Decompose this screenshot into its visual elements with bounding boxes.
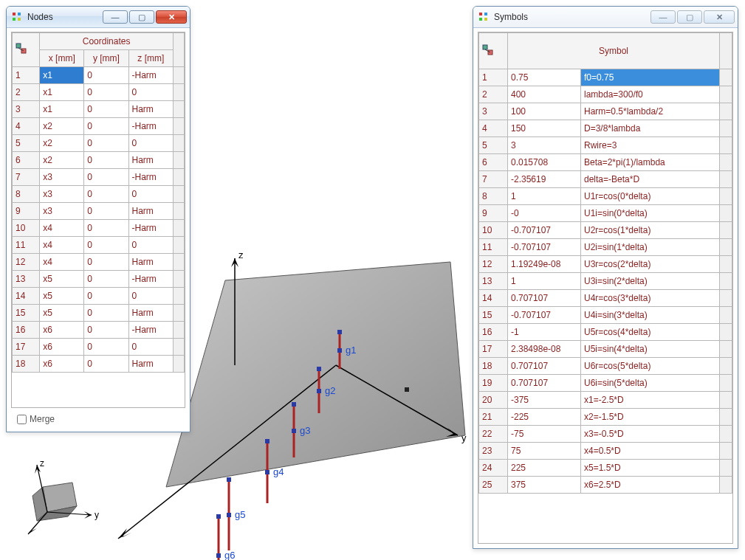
table-row[interactable]: 60.015708Beta=2*pi(1)/lambda	[479, 154, 732, 171]
table-row[interactable]: 16-1U5r=cos(4*delta)	[479, 324, 732, 341]
cell-expression[interactable]: lambda=300/f0	[581, 86, 720, 103]
cell-expression[interactable]: U3r=cos(2*delta)	[581, 256, 720, 273]
close-button[interactable]: ✕	[704, 10, 735, 24]
nodes-titlebar[interactable]: Nodes — ▢ ✕	[7, 7, 190, 28]
merge-checkbox[interactable]	[17, 415, 27, 424]
table-row[interactable]: 131U3i=sin(2*delta)	[479, 273, 732, 290]
cell-y[interactable]: 0	[84, 169, 128, 186]
col-z[interactable]: z [mm]	[128, 50, 174, 67]
cell-x[interactable]: x5	[40, 288, 84, 305]
cell-z[interactable]: -Harm	[128, 271, 174, 288]
col-y[interactable]: y [mm]	[84, 50, 128, 67]
cell-z[interactable]: Harm	[128, 305, 174, 322]
cell-expression[interactable]: U5i=sin(4*delta)	[581, 341, 720, 358]
cell-value[interactable]: 100	[508, 103, 581, 120]
cell-z[interactable]: -Harm	[128, 118, 174, 135]
cell-expression[interactable]: D=3/8*lambda	[581, 120, 720, 137]
table-row[interactable]: 14x500	[13, 288, 185, 305]
cell-value[interactable]: 75	[508, 443, 581, 460]
table-row[interactable]: 8x300	[13, 186, 185, 203]
nodes-window[interactable]: Nodes — ▢ ✕ Coordinates x [mm] y [mm] z	[6, 6, 190, 432]
cell-z[interactable]: 0	[128, 84, 174, 101]
cell-y[interactable]: 0	[84, 101, 128, 118]
cell-value[interactable]: -1	[508, 324, 581, 341]
cell-value[interactable]: 0.015708	[508, 154, 581, 171]
table-row[interactable]: 4x20-Harm	[13, 118, 185, 135]
table-row[interactable]: 81U1r=cos(0*delta)	[479, 188, 732, 205]
cell-x[interactable]: x3	[40, 203, 84, 220]
col-x[interactable]: x [mm]	[40, 50, 84, 67]
cell-value[interactable]: 375	[508, 477, 581, 494]
cell-value[interactable]: -0.707107	[508, 222, 581, 239]
cell-value[interactable]: 1	[508, 188, 581, 205]
cell-value[interactable]: -0.707107	[508, 239, 581, 256]
cell-z[interactable]: -Harm	[128, 169, 174, 186]
table-row[interactable]: 1x10-Harm	[13, 67, 185, 84]
table-row[interactable]: 25375x6=2.5*D	[479, 477, 732, 494]
close-button[interactable]: ✕	[156, 10, 187, 24]
cell-y[interactable]: 0	[84, 271, 128, 288]
cell-expression[interactable]: U3i=sin(2*delta)	[581, 273, 720, 290]
cell-expression[interactable]: Beta=2*pi(1)/lambda	[581, 154, 720, 171]
cell-value[interactable]: -75	[508, 426, 581, 443]
table-row[interactable]: 172.38498e-08U5i=sin(4*delta)	[479, 341, 732, 358]
cell-y[interactable]: 0	[84, 254, 128, 271]
table-row[interactable]: 7-2.35619delta=-Beta*D	[479, 171, 732, 188]
cell-expression[interactable]: Rwire=3	[581, 137, 720, 154]
symbols-window[interactable]: Symbols — ▢ ✕ Symbol 10.75f0=0.752400lam…	[473, 6, 738, 549]
cell-y[interactable]: 0	[84, 288, 128, 305]
table-row[interactable]: 15x50Harm	[13, 305, 185, 322]
cell-z[interactable]: Harm	[128, 356, 174, 373]
cell-y[interactable]: 0	[84, 186, 128, 203]
cell-y[interactable]: 0	[84, 84, 128, 101]
cell-x[interactable]: x5	[40, 271, 84, 288]
table-row[interactable]: 4150D=3/8*lambda	[479, 120, 732, 137]
cell-z[interactable]: -Harm	[128, 322, 174, 339]
cell-expression[interactable]: U2i=sin(1*delta)	[581, 239, 720, 256]
table-row[interactable]: 3100Harm=0.5*lambda/2	[479, 103, 732, 120]
cell-expression[interactable]: U5r=cos(4*delta)	[581, 324, 720, 341]
cell-value[interactable]: 225	[508, 460, 581, 477]
table-row[interactable]: 190.707107U6i=sin(5*delta)	[479, 375, 732, 392]
table-row[interactable]: 53Rwire=3	[479, 137, 732, 154]
cell-expression[interactable]: U1i=sin(0*delta)	[581, 205, 720, 222]
cell-x[interactable]: x4	[40, 254, 84, 271]
table-row[interactable]: 11-0.707107U2i=sin(1*delta)	[479, 239, 732, 256]
cell-y[interactable]: 0	[84, 237, 128, 254]
cell-x[interactable]: x4	[40, 237, 84, 254]
maximize-button[interactable]: ▢	[129, 10, 154, 24]
table-row[interactable]: 20-375x1=-2.5*D	[479, 392, 732, 409]
cell-expression[interactable]: delta=-Beta*D	[581, 171, 720, 188]
table-row[interactable]: 12x40Harm	[13, 254, 185, 271]
cell-y[interactable]: 0	[84, 305, 128, 322]
table-row[interactable]: 2x100	[13, 84, 185, 101]
cell-y[interactable]: 0	[84, 339, 128, 356]
table-row[interactable]: 17x600	[13, 339, 185, 356]
cell-value[interactable]: 1	[508, 273, 581, 290]
nodes-table[interactable]: Coordinates x [mm] y [mm] z [mm] 1x10-Ha…	[12, 32, 185, 373]
table-row[interactable]: 16x60-Harm	[13, 322, 185, 339]
cell-expression[interactable]: U6r=cos(5*delta)	[581, 358, 720, 375]
cell-value[interactable]: 0.707107	[508, 290, 581, 307]
cell-y[interactable]: 0	[84, 356, 128, 373]
cell-z[interactable]: 0	[128, 339, 174, 356]
cell-value[interactable]: 0.75	[508, 69, 581, 86]
cell-expression[interactable]: x5=1.5*D	[581, 460, 720, 477]
cell-z[interactable]: -Harm	[128, 67, 174, 84]
cell-value[interactable]: 150	[508, 120, 581, 137]
row-toggle-header[interactable]	[13, 33, 40, 67]
cell-y[interactable]: 0	[84, 322, 128, 339]
axis-gizmo[interactable]: y z	[15, 457, 103, 546]
cell-expression[interactable]: x6=2.5*D	[581, 477, 720, 494]
cell-value[interactable]: -2.35619	[508, 171, 581, 188]
table-row[interactable]: 10x40-Harm	[13, 220, 185, 237]
cell-value[interactable]: 1.19249e-08	[508, 256, 581, 273]
cell-value[interactable]: 3	[508, 137, 581, 154]
table-row[interactable]: 3x10Harm	[13, 101, 185, 118]
cell-z[interactable]: Harm	[128, 101, 174, 118]
cell-x[interactable]: x1	[40, 101, 84, 118]
table-row[interactable]: 9-0U1i=sin(0*delta)	[479, 205, 732, 222]
table-row[interactable]: 13x50-Harm	[13, 271, 185, 288]
cell-z[interactable]: 0	[128, 186, 174, 203]
cell-x[interactable]: x3	[40, 169, 84, 186]
